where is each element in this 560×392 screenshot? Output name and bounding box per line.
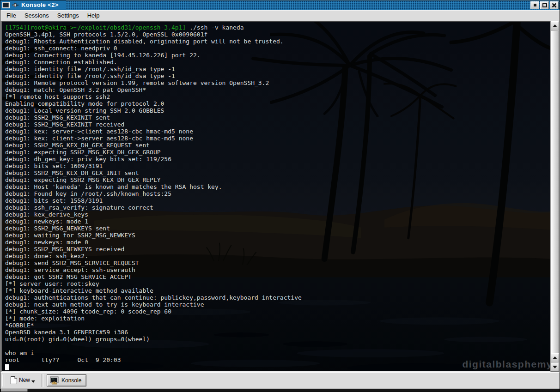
scroll-up-button-bottom[interactable] [551, 353, 559, 362]
new-document-icon [10, 376, 18, 385]
arrow-up-icon [553, 24, 557, 27]
terminal-line: Enabling compatibility mode for protocol… [5, 100, 550, 107]
terminal-line: [*] keyboard-interactive method availabl… [5, 287, 550, 294]
terminal-line: debug1: SSH2_MSG_KEXINIT received [5, 121, 550, 128]
window-title: Konsole <2> [21, 1, 59, 9]
terminal-line: debug1: done: ssh_kex2. [5, 253, 550, 259]
menu-file[interactable]: File [2, 11, 20, 20]
terminal-line: debug1: kex: server->client aes128-cbc h… [5, 128, 550, 135]
terminal-line: debug1: next auth method to try is keybo… [5, 301, 550, 308]
terminal-line: debug1: waiting for SSH2_MSG_NEWKEYS [5, 232, 550, 239]
main-area: digitalblasphemy [1754][root@akira->~/ex… [0, 21, 560, 372]
scrollbar-thumb[interactable] [551, 30, 559, 353]
terminal-line: [*] chunk_size: 4096 tcode_rep: 0 scode_… [5, 308, 550, 315]
chevron-down-icon [31, 380, 35, 383]
close-icon [552, 3, 557, 8]
konsole-window: Konsole <2> FileSessionsSettingsHelp [0, 0, 560, 392]
arrow-up-icon [553, 356, 557, 359]
window-bottom-border [0, 388, 560, 392]
terminal-line: [*] server_user: root:skey [5, 280, 550, 287]
session-tab-konsole[interactable]: Konsole [47, 374, 86, 386]
terminal-line: debug1: authentications that can continu… [5, 294, 550, 301]
terminal-line: debug1: Connection established. [5, 59, 550, 66]
terminal-cursor-line [5, 363, 550, 370]
resize-handle[interactable] [1, 389, 28, 392]
toolbar-separator [42, 374, 43, 387]
menu-help[interactable]: Help [83, 11, 104, 20]
minimize-icon [534, 4, 536, 6]
terminal-line: debug1: kex_derive_keys [5, 211, 550, 218]
terminal-line: OpenSSH_3.4p1, SSH protocols 1.5/2.0, Op… [5, 31, 550, 38]
terminal-line: debug1: identity file /root/.ssh/id_rsa … [5, 66, 550, 72]
terminal-line: [1754][root@akira->~/exploit/obsd31/open… [5, 24, 550, 31]
toolbar-grip-handle[interactable] [2, 374, 6, 386]
terminal-line: debug1: SSH2_MSG_KEX_DH_GEX_REQUEST sent [5, 142, 550, 149]
terminal-line: debug1: bits set: 1609/3191 [5, 163, 550, 169]
terminal-output: [1754][root@akira->~/exploit/obsd31/open… [2, 22, 550, 371]
window-menu-icon[interactable] [2, 2, 10, 8]
terminal-line: debug1: dh_gen_key: priv key bits set: 1… [5, 156, 550, 163]
terminal-line: debug1: ssh_connect: needpriv 0 [5, 45, 550, 52]
new-session-label: New [19, 377, 30, 385]
terminal-line: *GOBBLE* [5, 322, 550, 329]
terminal-line: debug1: newkeys: mode 1 [5, 218, 550, 225]
terminal-line: debug1: SSH2_MSG_NEWKEYS sent [5, 225, 550, 232]
terminal-line: [*] mode: exploitation [5, 315, 550, 322]
scroll-down-button[interactable] [551, 362, 559, 372]
pin-icon[interactable] [12, 2, 19, 8]
terminal-line: debug1: identity file /root/.ssh/id_dsa … [5, 72, 550, 79]
terminal-line: debug1: SSH2_MSG_NEWKEYS received [5, 246, 550, 253]
titlebar-left: Konsole <2> [0, 0, 66, 10]
terminal-line: debug1: Host 'kaneda' is known and match… [5, 183, 550, 190]
terminal-line: debug1: Rhosts Authentication disabled, … [5, 38, 550, 45]
terminal-line: root tty?? Oct 9 20:03 [5, 356, 550, 363]
maximize-icon [542, 3, 547, 7]
terminal-line: [*] remote host supports ssh2 [5, 93, 550, 100]
terminal-line [5, 343, 550, 350]
terminal-line: debug1: Local version string SSH-2.0-GOB… [5, 107, 550, 114]
terminal-line: debug1: newkeys: mode 0 [5, 239, 550, 246]
terminal-line: debug1: send SSH2_MSG_SERVICE_REQUEST [5, 259, 550, 266]
new-session-button[interactable]: New [8, 374, 38, 386]
terminal-scrollbar[interactable] [550, 21, 559, 372]
terminal-line: debug1: expecting SSH2_MSG_KEX_DH_GEX_RE… [5, 176, 550, 183]
terminal-line: OpenBSD kaneda 3.1 GENERIC#59 i386 [5, 329, 550, 336]
terminal-line: debug1: Remote protocol version 1.99, re… [5, 79, 550, 86]
menu-sessions[interactable]: Sessions [20, 11, 53, 20]
scroll-up-button[interactable] [551, 21, 559, 30]
terminal-line: debug1: service_accept: ssh-userauth [5, 266, 550, 273]
menu-settings[interactable]: Settings [53, 11, 83, 20]
terminal-line: debug1: got SSH2_MSG_SERVICE_ACCEPT [5, 273, 550, 280]
terminal-line: debug1: Found key in /root/.ssh/known_ho… [5, 190, 550, 197]
terminal-line: debug1: SSH2_MSG_KEX_DH_GEX_INIT sent [5, 169, 550, 176]
terminal-line: debug1: bits set: 1558/3191 [5, 197, 550, 204]
terminal-line: debug1: Connecting to kaneda [194.45.126… [5, 52, 550, 59]
terminal-line: who am i [5, 350, 550, 356]
session-toolbar: New Konsole [0, 372, 560, 388]
terminal-line: debug1: ssh_rsa_verify: signature correc… [5, 204, 550, 211]
titlebar[interactable]: Konsole <2> [0, 0, 560, 10]
terminal-screen[interactable]: digitalblasphemy [1754][root@akira->~/ex… [1, 21, 550, 372]
konsole-shell-icon [50, 376, 59, 385]
terminal-line: uid=0(root) gid=0(wheel) groups=0(wheel) [5, 336, 550, 343]
terminal-line: debug1: SSH2_MSG_KEXINIT sent [5, 114, 550, 121]
terminal-line: debug1: expecting SSH2_MSG_KEX_DH_GEX_GR… [5, 149, 550, 156]
terminal-line: debug1: kex: client->server aes128-cbc h… [5, 135, 550, 142]
arrow-down-icon [553, 366, 557, 368]
maximize-button[interactable] [540, 1, 549, 9]
close-button[interactable] [550, 1, 559, 9]
session-tab-label: Konsole [61, 377, 81, 384]
minimize-button[interactable] [530, 1, 539, 9]
menubar: FileSessionsSettingsHelp [0, 10, 560, 21]
terminal-cursor [5, 364, 9, 370]
terminal-line: debug1: match: OpenSSH_3.2 pat OpenSSH* [5, 86, 550, 93]
